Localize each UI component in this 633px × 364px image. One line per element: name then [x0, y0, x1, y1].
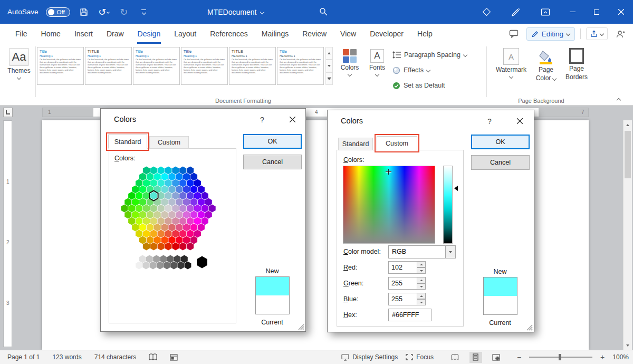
tab-review[interactable]: Review [295, 24, 333, 44]
tab-developer[interactable]: Developer [363, 24, 410, 44]
watermark-button[interactable]: A Watermark [494, 48, 529, 78]
zoom-out-button[interactable]: − [517, 353, 521, 361]
dialog-close-button[interactable] [285, 113, 299, 126]
minimize-button[interactable] [560, 0, 584, 24]
collapse-ribbon-button[interactable] [617, 98, 621, 102]
coming-soon-button[interactable] [472, 0, 501, 24]
red-spin-up-button[interactable] [417, 261, 426, 267]
custom-color-gradient[interactable] [343, 166, 435, 244]
resize-grip[interactable] [298, 323, 304, 330]
customize-quick-access-toolbar-button[interactable] [138, 5, 150, 20]
set-as-default-button[interactable]: Set as Default [392, 80, 445, 91]
blue-spin-down-button[interactable] [417, 299, 426, 305]
luminance-slider[interactable] [443, 166, 453, 244]
tab-insert[interactable]: Insert [68, 24, 100, 44]
cancel-button[interactable]: Cancel [243, 155, 302, 169]
redo-button[interactable]: ↻ [118, 5, 130, 20]
gallery-more-button[interactable] [325, 72, 333, 85]
proofing-status-button[interactable] [149, 353, 157, 361]
gallery-scroll-down-button[interactable] [325, 60, 333, 72]
page-borders-button[interactable]: Page Borders [561, 48, 592, 81]
resize-grip[interactable] [526, 324, 533, 331]
dialog-titlebar[interactable]: Colors ? [328, 110, 534, 131]
dialog-help-button[interactable]: ? [484, 116, 495, 127]
zoom-slider-thumb[interactable] [559, 354, 561, 360]
vertical-ruler[interactable]: 1 2 3 [3, 120, 12, 347]
autosave-toggle[interactable]: Off [46, 7, 70, 17]
tab-standard[interactable]: Standard [108, 135, 147, 149]
tab-file[interactable]: File [8, 24, 34, 44]
style-set-thumbnail[interactable]: Title HEADING 1 On the Insert tab, the g… [277, 47, 324, 85]
read-mode-button[interactable] [449, 352, 462, 363]
undo-button[interactable]: ↺ [98, 5, 110, 20]
character-count[interactable]: 714 characters [94, 353, 136, 361]
search-button[interactable] [316, 5, 330, 18]
focus-mode-button[interactable]: Focus [406, 353, 434, 361]
page-color-button[interactable]: Page Color [532, 48, 560, 82]
scrollbar-thumb[interactable] [625, 131, 631, 178]
color-model-select[interactable]: RGB [388, 245, 456, 258]
gallery-scroll-up-button[interactable] [325, 47, 333, 60]
ok-button[interactable]: OK [471, 135, 530, 149]
ok-button[interactable]: OK [243, 134, 302, 149]
people-button[interactable] [613, 26, 628, 41]
themes-button[interactable]: Aa Themes [4, 48, 34, 79]
word-count[interactable]: 123 words [52, 353, 81, 361]
tab-draw[interactable]: Draw [100, 24, 131, 44]
scroll-up-button[interactable] [624, 120, 632, 129]
effects-button[interactable]: Effects [392, 64, 430, 76]
theme-fonts-button[interactable]: A Fonts [365, 49, 389, 76]
green-spin-up-button[interactable] [417, 277, 426, 283]
cancel-button[interactable]: Cancel [471, 155, 530, 170]
zoom-slider[interactable] [529, 357, 592, 358]
blue-input[interactable] [388, 293, 417, 305]
tab-help[interactable]: Help [410, 24, 439, 44]
editing-mode-dropdown[interactable]: Editing [526, 27, 575, 41]
document-title-control[interactable]: MTEDocument [207, 0, 264, 24]
tab-layout[interactable]: Layout [167, 24, 203, 44]
theme-colors-button[interactable]: Colors [337, 49, 363, 76]
zoom-level[interactable]: 100% [612, 353, 629, 361]
page-count[interactable]: Page 1 of 1 [7, 353, 40, 361]
tab-custom[interactable]: Custom [377, 136, 417, 150]
scroll-down-button[interactable] [624, 341, 632, 350]
zoom-in-button[interactable]: + [600, 353, 605, 361]
tab-standard[interactable]: Standard [338, 138, 373, 150]
tab-references[interactable]: References [203, 24, 255, 44]
display-settings-button[interactable]: Display Settings [341, 353, 398, 361]
tab-stop-selector[interactable] [3, 108, 13, 117]
share-button[interactable] [586, 27, 608, 40]
macro-recording-button[interactable] [170, 354, 178, 361]
style-set-thumbnail[interactable]: Title Heading 1 On the Insert tab, the g… [133, 47, 180, 85]
dropdown-button[interactable] [445, 246, 455, 258]
web-layout-button[interactable] [490, 352, 503, 363]
tab-home[interactable]: Home [34, 24, 68, 44]
green-input[interactable] [388, 277, 417, 290]
hex-input[interactable] [388, 309, 431, 321]
whats-new-button[interactable] [501, 0, 531, 24]
ribbon-display-options-button[interactable] [531, 0, 560, 24]
print-layout-button[interactable] [469, 352, 482, 363]
dialog-titlebar[interactable]: Colors ? [101, 109, 305, 130]
tab-view[interactable]: View [333, 24, 363, 44]
dialog-help-button[interactable]: ? [256, 114, 268, 126]
maximize-button[interactable] [584, 0, 609, 24]
style-set-thumbnail[interactable]: TITLE HEADING 1 On the Insert tab, the g… [229, 47, 276, 85]
luminance-slider-arrow[interactable] [454, 186, 458, 191]
save-button[interactable] [78, 5, 90, 20]
dialog-close-button[interactable] [513, 114, 526, 127]
vertical-scrollbar[interactable] [623, 120, 632, 350]
style-set-thumbnail[interactable]: Title Heading 1 On the Insert tab, the g… [37, 47, 84, 85]
paragraph-spacing-button[interactable]: Paragraph Spacing [392, 49, 467, 61]
style-set-thumbnail[interactable]: Title Heading 1 On the Insert tab, the g… [181, 47, 228, 85]
tab-design[interactable]: Design [131, 24, 168, 44]
red-spin-down-button[interactable] [417, 267, 426, 274]
tab-mailings[interactable]: Mailings [255, 24, 295, 44]
comments-button[interactable] [506, 26, 521, 41]
red-input[interactable] [388, 261, 417, 274]
tab-custom[interactable]: Custom [149, 136, 189, 149]
standard-colors-honeycomb[interactable] [114, 166, 232, 274]
green-spin-down-button[interactable] [417, 283, 426, 290]
close-button[interactable] [609, 0, 633, 24]
style-set-thumbnail[interactable]: TITLE Heading 1 On the Insert tab, the g… [85, 47, 132, 85]
